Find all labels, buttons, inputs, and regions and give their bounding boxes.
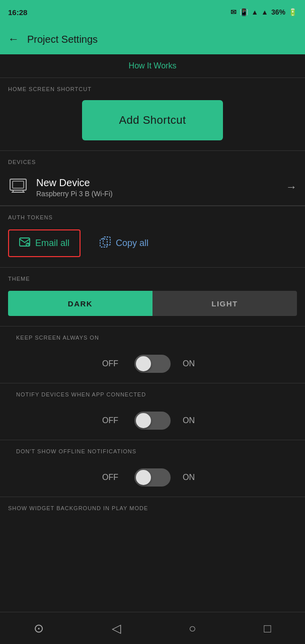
theme-section: THEME DARK LIGHT (0, 267, 305, 316)
how-it-works-link[interactable]: How It Works (129, 61, 177, 70)
svg-rect-4 (13, 181, 24, 188)
dark-theme-button[interactable]: DARK (8, 291, 152, 316)
device-arrow-icon: → (286, 181, 297, 194)
bottom-nav: ⊙ ◁ ○ □ (0, 612, 305, 644)
device-icon (8, 176, 28, 198)
battery-percent: 36% (271, 8, 285, 16)
offline-notifications-section: DON'T SHOW OFFLINE NOTIFICATIONS OFF ON (0, 440, 305, 497)
notify-devices-label: NOTIFY DEVICES WHEN APP CONNECTED (8, 383, 297, 401)
auth-buttons-row: Email all Copy all (0, 224, 305, 267)
theme-section-label: THEME (0, 268, 305, 286)
offline-on-label: ON (183, 473, 203, 482)
notify-devices-section: NOTIFY DEVICES WHEN APP CONNECTED OFF ON (0, 383, 305, 440)
email-all-label: Email all (35, 238, 69, 249)
offline-notifications-label: DON'T SHOW OFFLINE NOTIFICATIONS (8, 440, 297, 458)
notify-devices-thumb (136, 413, 151, 428)
how-it-works-section: How It Works (0, 54, 305, 78)
vibrate-icon: 📳 (240, 8, 248, 16)
keep-screen-toggle[interactable] (134, 355, 171, 373)
page-title: Project Settings (27, 34, 98, 45)
battery-icon: 🔋 (288, 8, 297, 16)
notify-devices-toggle[interactable] (134, 412, 171, 430)
notify-off-label: OFF (102, 416, 122, 425)
device-name: New Device (36, 177, 278, 189)
widget-background-label: SHOW WIDGET BACKGROUND IN PLAY MODE (0, 497, 305, 515)
status-time: 16:28 (8, 8, 27, 17)
keep-screen-off-label: OFF (102, 359, 122, 368)
device-subtitle: Raspberry Pi 3 B (Wi-Fi) (36, 190, 278, 198)
light-theme-button[interactable]: LIGHT (152, 291, 297, 316)
signal-icon: ▲ (261, 8, 268, 16)
svg-rect-10 (103, 237, 110, 245)
devices-section-label: DEVICES (0, 151, 305, 169)
home-screen-shortcut-section: HOME SCREEN SHORTCUT Add Shortcut (0, 78, 305, 140)
copy-icon (100, 236, 111, 250)
widget-background-section: SHOW WIDGET BACKGROUND IN PLAY MODE (0, 497, 305, 555)
auth-tokens-section: AUTH TOKENS Email all Copy al (0, 206, 305, 267)
device-info: New Device Raspberry Pi 3 B (Wi-Fi) (36, 177, 278, 198)
add-shortcut-button[interactable]: Add Shortcut (82, 100, 223, 140)
nav-home-icon[interactable]: ○ (189, 621, 196, 635)
offline-notifications-toggle[interactable] (134, 468, 171, 487)
notify-devices-toggle-row: OFF ON (8, 401, 297, 440)
status-bar: 16:28 ✉ 📳 ▲ ▲ 36% 🔋 (0, 0, 305, 24)
keep-screen-toggle-row: OFF ON (8, 345, 297, 383)
device-item[interactable]: New Device Raspberry Pi 3 B (Wi-Fi) → (0, 169, 305, 206)
offline-off-label: OFF (102, 473, 122, 482)
home-screen-shortcut-label: HOME SCREEN SHORTCUT (0, 78, 305, 96)
wifi-icon: ▲ (251, 8, 258, 16)
keep-screen-on-label: ON (183, 359, 203, 368)
nav-record-icon[interactable]: ⊙ (34, 621, 44, 635)
status-icons: ✉ 📳 ▲ ▲ 36% 🔋 (231, 8, 297, 16)
svg-rect-9 (100, 239, 107, 247)
devices-section: DEVICES New Device Raspberry Pi 3 B (Wi-… (0, 150, 305, 206)
nav-recent-icon[interactable]: □ (264, 621, 271, 635)
copy-all-button[interactable]: Copy all (89, 229, 160, 257)
offline-notifications-toggle-row: OFF ON (8, 458, 297, 497)
nav-back-icon[interactable]: ◁ (112, 621, 121, 635)
copy-all-label: Copy all (116, 238, 148, 249)
keep-screen-label: KEEP SCREEN ALWAYS ON (8, 327, 297, 345)
notify-on-label: ON (183, 416, 203, 425)
offline-notifications-thumb (136, 470, 151, 485)
email-all-button[interactable]: Email all (8, 229, 81, 257)
back-button[interactable]: ← (8, 33, 19, 46)
auth-tokens-label: AUTH TOKENS (0, 206, 305, 224)
app-bar: ← Project Settings (0, 24, 305, 54)
email-icon (19, 237, 30, 249)
keep-screen-thumb (136, 356, 151, 371)
theme-toggle: DARK LIGHT (8, 291, 297, 316)
email-status-icon: ✉ (231, 8, 237, 16)
keep-screen-section: KEEP SCREEN ALWAYS ON OFF ON (0, 326, 305, 383)
